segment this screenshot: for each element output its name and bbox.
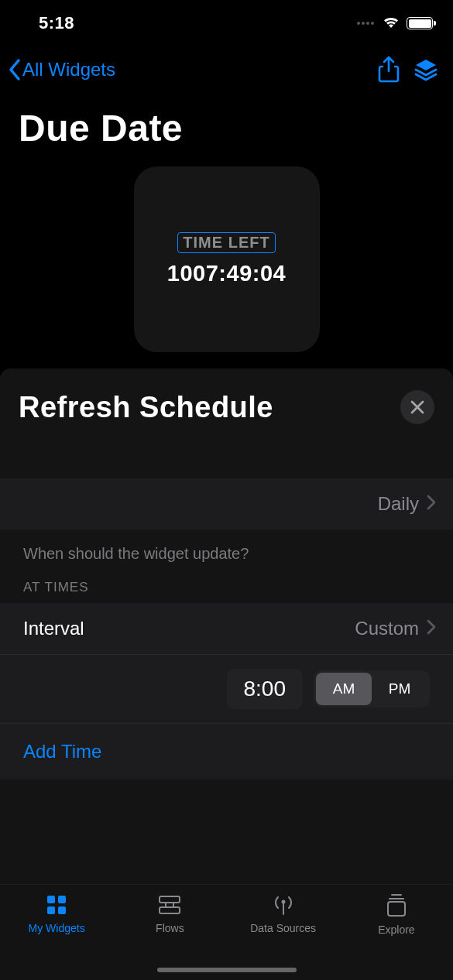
layers-button[interactable]: [413, 57, 439, 83]
cellular-dots-icon: [357, 22, 374, 25]
sheet-title: Refresh Schedule: [19, 391, 273, 424]
svg-rect-5: [160, 907, 180, 913]
close-icon: [409, 399, 426, 416]
frequency-value: Daily: [378, 493, 419, 515]
stack-icon: [385, 893, 408, 919]
frequency-row[interactable]: Daily: [0, 478, 453, 529]
tab-label: My Widgets: [29, 922, 85, 934]
tab-bar: My Widgets Flows Data Sources Explore: [0, 884, 453, 980]
tab-my-widgets[interactable]: My Widgets: [0, 893, 113, 980]
tab-explore[interactable]: Explore: [340, 893, 453, 980]
time-entry-row: 8:00 AM PM: [0, 654, 453, 723]
tab-label: Flows: [156, 922, 184, 934]
svg-rect-4: [160, 896, 180, 903]
time-left-badge: TIME LEFT: [177, 232, 275, 253]
antenna-icon: [270, 893, 297, 917]
chevron-right-icon: [427, 493, 436, 515]
tab-label: Data Sources: [250, 922, 316, 934]
am-pm-segmented[interactable]: AM PM: [314, 670, 430, 708]
wifi-icon: [382, 15, 400, 32]
tab-label: Explore: [378, 923, 414, 936]
nav-bar: All Widgets: [0, 46, 453, 93]
svg-rect-0: [47, 896, 55, 903]
battery-icon: [407, 17, 433, 29]
share-icon: [377, 56, 400, 84]
widget-preview-container: TIME LEFT 1007:49:04: [0, 162, 453, 371]
status-bar: 5:18: [0, 0, 453, 46]
back-label: All Widgets: [22, 59, 115, 81]
at-times-header: AT TIMES: [0, 569, 453, 603]
close-button[interactable]: [400, 390, 434, 424]
interval-row[interactable]: Interval Custom: [0, 603, 453, 654]
back-button[interactable]: All Widgets: [8, 58, 115, 81]
add-time-button[interactable]: Add Time: [23, 741, 430, 762]
time-input[interactable]: 8:00: [227, 669, 304, 709]
pm-segment[interactable]: PM: [372, 673, 427, 705]
interval-value: Custom: [355, 618, 419, 639]
svg-rect-3: [58, 906, 66, 914]
chevron-left-icon: [8, 58, 22, 81]
countdown-value: 1007:49:04: [167, 261, 286, 286]
svg-rect-12: [388, 902, 405, 916]
flows-icon: [156, 893, 183, 917]
share-button[interactable]: [377, 56, 400, 84]
status-indicators: [357, 15, 433, 32]
page-title: Due Date: [0, 93, 453, 162]
svg-rect-2: [47, 906, 55, 914]
grid-icon: [44, 893, 69, 917]
widget-preview[interactable]: TIME LEFT 1007:49:04: [134, 166, 320, 352]
layers-icon: [413, 57, 439, 83]
am-segment[interactable]: AM: [316, 673, 372, 705]
svg-rect-1: [58, 896, 66, 903]
home-indicator[interactable]: [157, 968, 297, 972]
status-time: 5:18: [39, 13, 74, 33]
interval-label: Interval: [23, 618, 84, 639]
update-caption: When should the widget update?: [0, 529, 453, 569]
chevron-right-icon: [427, 618, 436, 639]
